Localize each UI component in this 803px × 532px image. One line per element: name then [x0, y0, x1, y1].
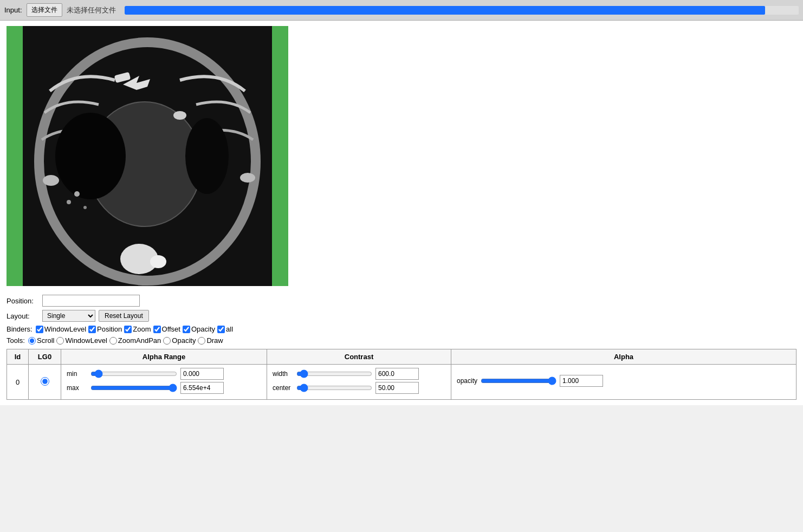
table-header-row: Id LG0 Alpha Range Contrast Alpha [7, 349, 796, 365]
lg0-radio[interactable] [41, 377, 49, 386]
binder-opacity[interactable]: Opacity [183, 325, 215, 333]
data-table: Id LG0 Alpha Range Contrast Alpha 0 min [7, 349, 796, 400]
alpha-max-row: max [67, 382, 261, 394]
binder-opacity-checkbox[interactable] [183, 326, 190, 333]
tools-label: Tools: [7, 336, 25, 345]
svg-point-7 [150, 255, 166, 268]
cell-alpha: opacity [451, 365, 796, 400]
binder-offset-checkbox[interactable] [153, 326, 161, 333]
svg-point-11 [240, 173, 255, 183]
contrast-width-slider[interactable] [296, 369, 372, 378]
input-label: Input: [4, 6, 22, 14]
ct-image [7, 26, 288, 286]
svg-point-13 [67, 200, 71, 204]
col-header-alpha: Alpha [451, 349, 796, 365]
controls-section: Position: Layout: Single Side by Side 3x… [7, 295, 796, 400]
contrast-center-value[interactable] [375, 382, 419, 394]
opacity-value[interactable] [560, 375, 603, 387]
svg-point-14 [83, 206, 87, 209]
binder-offset[interactable]: Offset [153, 325, 180, 333]
tool-draw[interactable]: Draw [198, 336, 223, 345]
progress-bar-fill [125, 6, 765, 15]
choose-file-button[interactable]: 选择文件 [27, 3, 62, 17]
binder-zoom[interactable]: Zoom [124, 325, 151, 333]
binders-label: Binders: [7, 325, 33, 333]
svg-point-9 [173, 111, 186, 120]
tool-windowlevel-radio[interactable] [56, 337, 64, 345]
alpha-max-value[interactable] [180, 382, 224, 394]
tool-scroll[interactable]: Scroll [28, 336, 55, 345]
opacity-row: opacity [457, 375, 791, 387]
binders-row: Binders: WindowLevel Position Zoom Offse… [7, 325, 796, 333]
contrast-width-value[interactable] [375, 368, 419, 380]
ct-scan-svg [7, 26, 288, 286]
tool-zoomandpan[interactable]: ZoomAndPan [109, 336, 161, 345]
layout-row: Layout: Single Side by Side 3x1 2x2 Rese… [7, 310, 796, 322]
contrast-width-label: width [273, 370, 293, 378]
file-name-label: 未选择任何文件 [67, 5, 116, 15]
cell-id: 0 [7, 365, 29, 400]
tool-scroll-radio[interactable] [28, 337, 36, 345]
tools-row: Tools: Scroll WindowLevel ZoomAndPan Opa… [7, 336, 796, 345]
reset-layout-button[interactable]: Reset Layout [99, 310, 149, 322]
alpha-max-slider[interactable] [90, 384, 177, 392]
main-content: Position: Layout: Single Side by Side 3x… [0, 21, 803, 405]
binder-windowlevel-checkbox[interactable] [36, 326, 43, 333]
cell-alpha-range: min max [61, 365, 267, 400]
alpha-min-label: min [67, 370, 87, 378]
tool-opacity-radio[interactable] [163, 337, 171, 345]
svg-point-12 [74, 191, 80, 197]
cell-lg0 [29, 365, 61, 400]
col-header-id: Id [7, 349, 29, 365]
position-label: Position: [7, 297, 39, 305]
progress-bar-container [125, 6, 799, 15]
contrast-width-row: width [273, 368, 445, 380]
binder-position[interactable]: Position [88, 325, 122, 333]
contrast-center-slider[interactable] [296, 384, 372, 392]
binder-all[interactable]: all [217, 325, 233, 333]
position-input[interactable] [42, 295, 140, 307]
contrast-center-label: center [273, 384, 293, 392]
svg-point-10 [43, 175, 59, 186]
position-row: Position: [7, 295, 796, 307]
alpha-min-slider[interactable] [90, 369, 177, 378]
tool-zoomandpan-radio[interactable] [109, 337, 117, 345]
binder-windowlevel[interactable]: WindowLevel [36, 325, 86, 333]
binder-zoom-checkbox[interactable] [124, 326, 132, 333]
alpha-max-label: max [67, 384, 87, 392]
tool-draw-radio[interactable] [198, 337, 205, 345]
image-container [7, 26, 288, 286]
alpha-min-row: min [67, 368, 261, 380]
table-row: 0 min max [7, 365, 796, 400]
col-header-alpha-range: Alpha Range [61, 349, 267, 365]
contrast-center-row: center [273, 382, 445, 394]
opacity-slider[interactable] [481, 377, 556, 385]
svg-point-4 [55, 113, 126, 199]
binder-position-checkbox[interactable] [88, 326, 96, 333]
svg-point-5 [185, 118, 229, 194]
top-bar: Input: 选择文件 未选择任何文件 [0, 0, 803, 21]
layout-label: Layout: [7, 312, 39, 320]
tool-windowlevel[interactable]: WindowLevel [56, 336, 107, 345]
binder-all-checkbox[interactable] [217, 326, 225, 333]
opacity-label: opacity [457, 377, 477, 385]
layout-select[interactable]: Single Side by Side 3x1 2x2 [42, 310, 95, 322]
tool-opacity[interactable]: Opacity [163, 336, 196, 345]
col-header-contrast: Contrast [267, 349, 451, 365]
cell-contrast: width center [267, 365, 451, 400]
alpha-min-value[interactable] [180, 368, 224, 380]
col-header-lg0: LG0 [29, 349, 61, 365]
